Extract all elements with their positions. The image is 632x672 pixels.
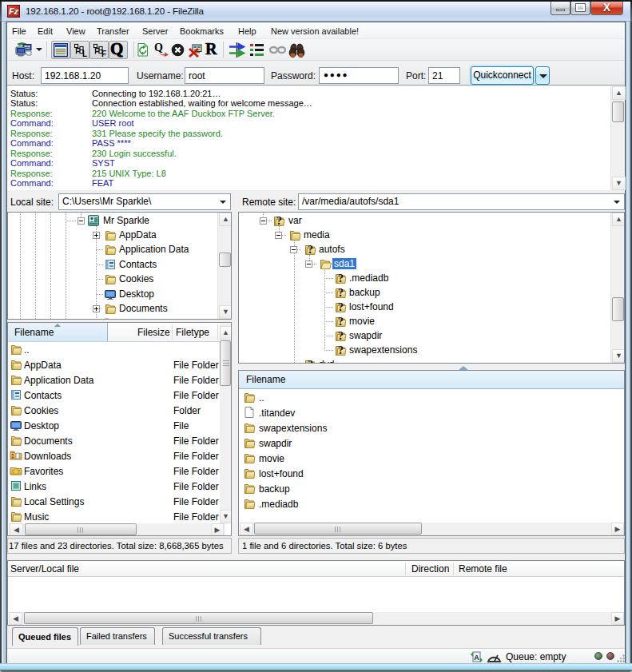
svg-text:F: F: [101, 50, 106, 58]
svg-text:A: A: [474, 654, 479, 662]
svg-text:L: L: [82, 50, 87, 58]
